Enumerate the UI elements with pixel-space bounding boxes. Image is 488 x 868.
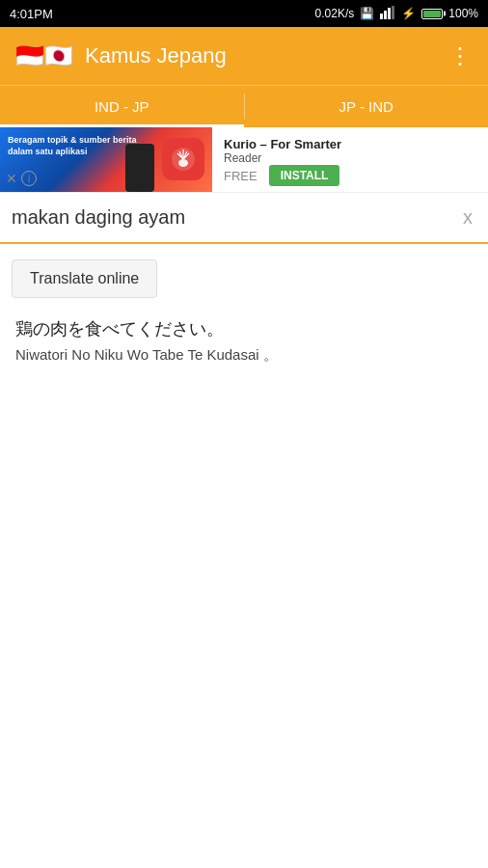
flag-icons: 🇮🇩🇯🇵	[15, 44, 73, 68]
translate-section: Translate online	[0, 244, 488, 306]
svg-rect-0	[380, 14, 383, 19]
ad-close-button[interactable]: ✕	[6, 171, 17, 186]
translate-online-button[interactable]: Translate online	[12, 259, 157, 298]
status-icons: 0.02K/s 💾 ⚡ 100%	[315, 6, 478, 22]
svg-rect-3	[392, 6, 394, 19]
result-japanese: 鶏の肉を食べてください。	[15, 317, 473, 340]
status-bar: 4:01PM 0.02K/s 💾 ⚡ 100%	[0, 0, 488, 27]
ad-brand: Kurio – For Smarter	[224, 137, 476, 151]
tab-ind-jp-label: IND - JP	[95, 98, 149, 115]
ad-icon-circle	[162, 138, 204, 180]
app-title: Kamus Jepang	[85, 43, 227, 68]
tab-jp-ind[interactable]: JP - IND	[245, 86, 489, 127]
signal-icon	[380, 6, 395, 22]
svg-rect-1	[384, 11, 387, 19]
ad-install-button[interactable]: INSTALL	[269, 165, 340, 186]
svg-point-5	[178, 159, 188, 167]
ad-free-label: FREE	[224, 169, 258, 183]
ad-actions: FREE INSTALL	[224, 165, 476, 186]
tab-ind-jp[interactable]: IND - JP	[0, 86, 244, 127]
ad-text: Beragam topik & sumber berita dalam satu…	[8, 135, 137, 156]
battery-icon	[421, 9, 443, 19]
tab-bar: IND - JP JP - IND	[0, 85, 488, 127]
ad-phone-shape	[125, 144, 154, 192]
search-input[interactable]	[12, 193, 459, 242]
storage-icon: 💾	[360, 7, 374, 20]
result-romanji: Niwatori No Niku Wo Tabe Te Kudasai 。	[15, 346, 473, 365]
app-bar: 🇮🇩🇯🇵 Kamus Jepang ⋮	[0, 27, 488, 85]
tab-jp-ind-label: JP - IND	[339, 98, 393, 115]
battery-percent: 100%	[448, 7, 478, 20]
time-display: 4:01PM	[10, 7, 53, 21]
status-time: 4:01PM	[10, 7, 53, 21]
app-bar-left: 🇮🇩🇯🇵 Kamus Jepang	[15, 43, 227, 68]
ad-right: Kurio – For Smarter Reader FREE INSTALL	[212, 127, 488, 192]
ad-brand-line2: Reader	[224, 151, 476, 165]
network-speed: 0.02K/s	[315, 7, 355, 20]
ad-overlay-text: Beragam topik & sumber berita dalam satu…	[8, 135, 137, 157]
search-area: x	[0, 193, 488, 244]
bolt-icon: ⚡	[401, 7, 416, 20]
search-clear-button[interactable]: x	[459, 203, 476, 232]
ad-info-button[interactable]: i	[21, 171, 37, 186]
result-area: 鶏の肉を食べてください。 Niwatori No Niku Wo Tabe Te…	[0, 306, 488, 376]
ad-image: Beragam topik & sumber berita dalam satu…	[0, 127, 212, 192]
ad-banner: Beragam topik & sumber berita dalam satu…	[0, 127, 488, 193]
more-menu-button[interactable]: ⋮	[448, 42, 473, 69]
svg-rect-2	[388, 8, 391, 19]
